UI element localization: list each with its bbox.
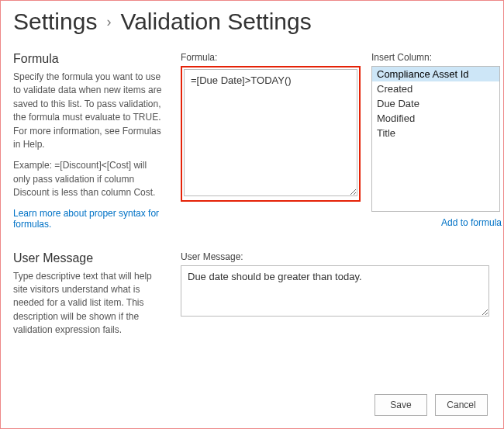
breadcrumb: Settings › Validation Settings bbox=[13, 9, 491, 35]
column-item-compliance-asset-id[interactable]: Compliance Asset Id bbox=[372, 67, 499, 81]
insert-column-label: Insert Column: bbox=[371, 52, 502, 63]
column-item-due-date[interactable]: Due Date bbox=[372, 96, 499, 111]
breadcrumb-separator-icon: › bbox=[106, 14, 111, 30]
cancel-button[interactable]: Cancel bbox=[435, 394, 488, 416]
column-item-title[interactable]: Title bbox=[372, 126, 499, 140]
column-item-created[interactable]: Created bbox=[372, 81, 499, 96]
user-message-section-desc: Type descriptive text that will help sit… bbox=[13, 270, 164, 337]
user-message-section-title: User Message bbox=[13, 251, 164, 265]
add-to-formula-link[interactable]: Add to formula bbox=[441, 217, 502, 228]
formula-highlight-box bbox=[181, 66, 361, 202]
page-title: Validation Settings bbox=[120, 9, 311, 35]
insert-column-list[interactable]: Compliance Asset Id Created Due Date Mod… bbox=[371, 66, 500, 212]
user-message-input[interactable] bbox=[181, 265, 489, 317]
user-message-label: User Message: bbox=[181, 251, 489, 262]
column-item-modified[interactable]: Modified bbox=[372, 111, 499, 126]
formula-learn-link[interactable]: Learn more about proper syntax for formu… bbox=[13, 208, 164, 230]
formula-section-desc: Specify the formula you want to use to v… bbox=[13, 71, 164, 151]
formula-input[interactable] bbox=[184, 69, 357, 196]
save-button[interactable]: Save bbox=[375, 394, 427, 416]
formula-section-title: Formula bbox=[13, 52, 164, 66]
formula-label: Formula: bbox=[181, 52, 361, 63]
form-buttons: Save Cancel bbox=[375, 394, 488, 416]
breadcrumb-root[interactable]: Settings bbox=[13, 9, 97, 35]
formula-section-example: Example: =[Discount]<[Cost] will only pa… bbox=[13, 159, 164, 199]
